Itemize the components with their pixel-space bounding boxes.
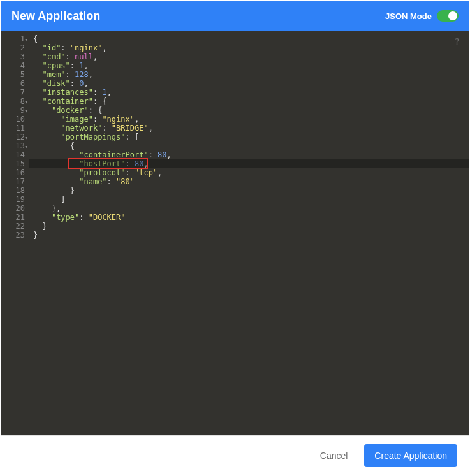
cancel-button[interactable]: Cancel [310, 444, 358, 467]
code-line: } [33, 186, 469, 195]
fold-marker-icon[interactable]: ▾ [25, 133, 28, 142]
line-number: 16 [1, 168, 25, 177]
line-number: 11 [1, 124, 25, 133]
dialog-footer: Cancel Create Application [1, 435, 469, 475]
code-line: "cpus": 1, [33, 61, 469, 70]
line-number: 21 [1, 213, 25, 222]
code-line: "image": "nginx", [33, 115, 469, 124]
code-line: "disk": 0, [33, 79, 469, 88]
code-line: "containerPort": 80, [33, 150, 469, 159]
line-number: 5 [1, 70, 25, 79]
code-line: { [33, 141, 469, 150]
code-line: "protocol": "tcp", [33, 168, 469, 177]
json-mode-label: JSON Mode [385, 11, 432, 21]
line-number: 20 [1, 204, 25, 213]
editor-gutter: 1▾2345678▾9▾101112▾13▾141516171819202122… [1, 31, 29, 435]
code-line: } [33, 231, 469, 240]
fold-marker-icon[interactable]: ▾ [25, 97, 28, 106]
new-application-dialog: New Application JSON Mode ? 1▾2345678▾9▾… [1, 1, 469, 475]
line-number: 1▾ [1, 34, 25, 43]
code-line: } [33, 222, 469, 231]
fold-marker-icon[interactable]: ▾ [25, 35, 28, 44]
code-line: "portMappings": [ [33, 133, 469, 141]
fold-marker-icon[interactable]: ▾ [25, 142, 28, 151]
line-number: 7 [1, 88, 25, 97]
code-line: "type": "DOCKER" [33, 213, 469, 222]
line-number: 19 [1, 195, 25, 204]
line-number: 3 [1, 52, 25, 61]
line-number: 12▾ [1, 133, 25, 141]
code-line: "docker": { [33, 106, 469, 115]
line-number: 8▾ [1, 97, 25, 106]
toggle-knob [448, 11, 457, 20]
line-number: 2 [1, 43, 25, 52]
line-number: 17 [1, 177, 25, 186]
dialog-header: New Application JSON Mode [1, 1, 469, 31]
line-number: 14 [1, 150, 25, 159]
code-line: "id": "nginx", [33, 43, 469, 52]
code-line: "cmd": null, [33, 52, 469, 61]
line-number: 9▾ [1, 106, 25, 115]
json-mode-toggle-group: JSON Mode [385, 10, 459, 22]
line-number: 4 [1, 61, 25, 70]
code-line: { [33, 34, 469, 43]
editor-line-highlight [29, 159, 469, 168]
fold-marker-icon[interactable]: ▾ [25, 106, 28, 115]
line-number: 10 [1, 115, 25, 124]
dialog-title: New Application [11, 10, 100, 23]
line-number: 13▾ [1, 141, 25, 150]
line-number: 18 [1, 186, 25, 195]
line-number: 23 [1, 231, 25, 240]
code-line: "mem": 128, [33, 70, 469, 79]
code-line: "network": "BRIDGE", [33, 124, 469, 133]
editor-code-area[interactable]: { "id": "nginx", "cmd": null, "cpus": 1,… [29, 31, 469, 435]
line-number: 6 [1, 79, 25, 88]
line-number: 15 [1, 159, 25, 168]
json-editor[interactable]: ? 1▾2345678▾9▾101112▾13▾1415161718192021… [1, 31, 469, 435]
code-line: "container": { [33, 97, 469, 106]
code-line: ] [33, 195, 469, 204]
json-mode-toggle[interactable] [437, 10, 459, 22]
code-line: "name": "80" [33, 177, 469, 186]
code-line: }, [33, 204, 469, 213]
line-number: 22 [1, 222, 25, 231]
create-application-button[interactable]: Create Application [364, 444, 457, 467]
code-line: "instances": 1, [33, 88, 469, 97]
